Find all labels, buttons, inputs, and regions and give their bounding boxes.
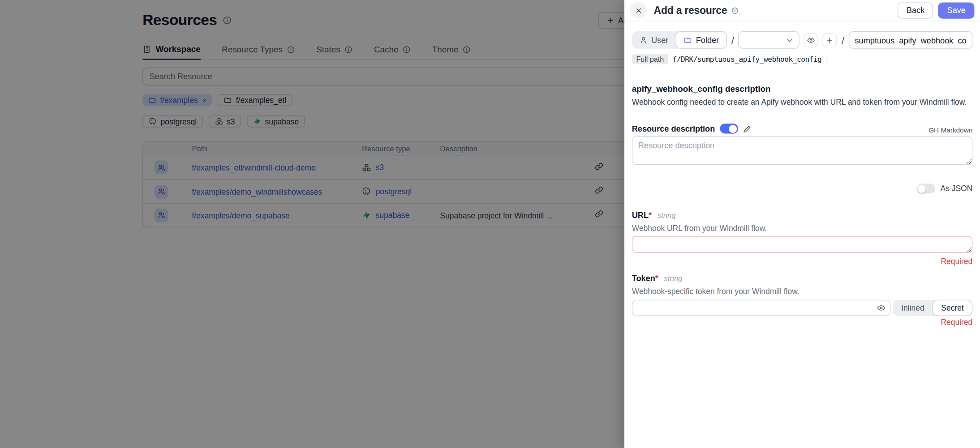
url-field-label: URL*	[632, 210, 652, 220]
add-resource-drawer: Add a resource Back Save User Folder	[624, 0, 980, 448]
owner-folder-label: Folder	[696, 35, 719, 45]
url-label-text: URL	[632, 210, 649, 220]
url-field-type: string	[658, 211, 676, 220]
token-inlined-option[interactable]: Inlined	[893, 300, 933, 316]
token-field-label: Token*	[632, 273, 658, 283]
token-field-type: string	[664, 274, 682, 283]
url-field-help: Webhook URL from your Windmill flow.	[632, 224, 972, 233]
required-asterisk: *	[655, 273, 658, 283]
resource-type-description-heading: apify_webhook_config description	[632, 84, 972, 94]
person-icon	[640, 36, 648, 44]
resource-name-input[interactable]	[848, 31, 972, 49]
token-required-text: Required	[632, 318, 972, 327]
as-json-label: As JSON	[941, 184, 973, 193]
owner-user-label: User	[651, 35, 668, 45]
url-required-text: Required	[632, 257, 972, 266]
resource-type-description-text: Webhook config needed to create an Apify…	[632, 98, 972, 107]
view-folder-button[interactable]	[804, 33, 818, 47]
owner-kind-toggle: User Folder	[632, 31, 727, 49]
eye-icon[interactable]	[877, 303, 886, 312]
token-field-help: Webhook-specific token from your Windmil…	[632, 287, 972, 296]
full-path-label: Full path	[632, 54, 668, 64]
eye-icon	[807, 36, 815, 44]
gh-markdown-label: GH Markdown	[928, 126, 972, 134]
folder-icon	[684, 36, 692, 44]
required-asterisk: *	[649, 210, 652, 220]
path-separator: /	[842, 34, 844, 45]
token-secret-option[interactable]: Secret	[933, 300, 973, 316]
token-mode-toggle: Inlined Secret	[893, 300, 972, 316]
back-button[interactable]: Back	[898, 2, 933, 18]
chevron-down-icon	[786, 36, 794, 44]
new-folder-button[interactable]	[823, 33, 837, 47]
close-icon	[635, 7, 642, 14]
drawer-title: Add a resource	[654, 4, 727, 17]
folder-select[interactable]	[739, 31, 800, 49]
resource-description-label: Resource description	[632, 124, 715, 133]
url-input[interactable]	[632, 236, 972, 253]
save-button[interactable]: Save	[938, 2, 974, 18]
resource-description-textarea[interactable]	[632, 136, 972, 165]
token-input[interactable]	[632, 300, 891, 316]
plus-icon	[826, 36, 834, 44]
full-path-value: f/DRK/sumptuous_apify_webhook_config	[668, 54, 827, 64]
info-icon	[731, 7, 739, 14]
resource-description-toggle[interactable]	[720, 124, 738, 133]
close-drawer-button[interactable]	[630, 2, 647, 19]
as-json-toggle[interactable]	[916, 183, 934, 193]
token-label-text: Token	[632, 273, 655, 283]
owner-user-option[interactable]: User	[632, 31, 676, 49]
full-path-display: Full path f/DRK/sumptuous_apify_webhook_…	[632, 54, 827, 64]
pencil-icon[interactable]	[743, 124, 751, 132]
owner-folder-option[interactable]: Folder	[676, 31, 727, 49]
path-separator: /	[731, 34, 734, 45]
